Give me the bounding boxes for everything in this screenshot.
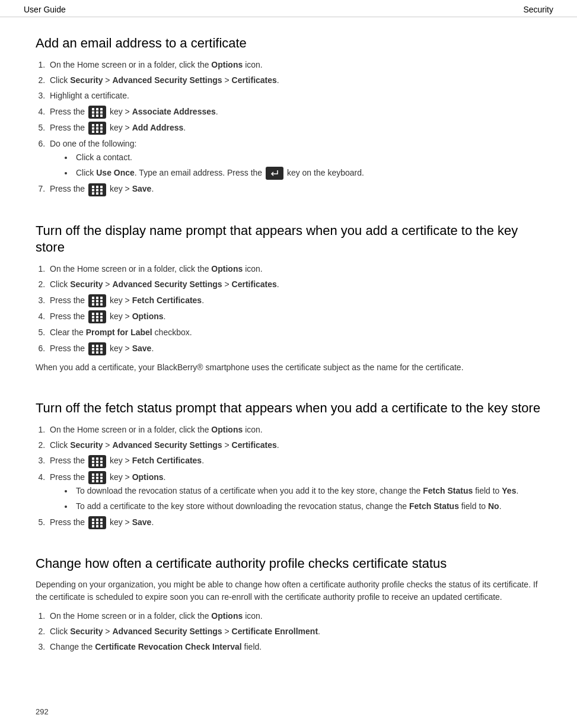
svg-rect-77 bbox=[100, 522, 103, 524]
svg-rect-0 bbox=[92, 108, 94, 110]
svg-rect-32 bbox=[100, 300, 103, 303]
svg-rect-28 bbox=[96, 297, 98, 299]
svg-rect-33 bbox=[92, 303, 94, 306]
svg-rect-19 bbox=[96, 186, 98, 188]
svg-rect-58 bbox=[96, 460, 98, 463]
svg-rect-7 bbox=[96, 115, 98, 117]
svg-rect-16 bbox=[96, 131, 98, 133]
svg-rect-14 bbox=[100, 128, 103, 130]
section-change-cert-authority: Change how often a certificate authority… bbox=[36, 555, 541, 654]
svg-rect-8 bbox=[100, 115, 103, 117]
svg-rect-80 bbox=[100, 525, 103, 527]
menu-key-icon bbox=[88, 516, 106, 529]
svg-rect-42 bbox=[92, 319, 94, 322]
step-2-2: Click Security > Advanced Security Setti… bbox=[47, 278, 541, 291]
section-title-fetch: Turn off the fetch status prompt that ap… bbox=[36, 400, 541, 417]
svg-rect-27 bbox=[92, 297, 94, 299]
steps-display: On the Home screen or in a folder, click… bbox=[47, 262, 541, 355]
step-1-5: Press the key > Add Address. bbox=[47, 121, 541, 135]
steps-cert-authority: On the Home screen or in a folder, click… bbox=[47, 609, 541, 654]
step-4-2: Click Security > Advanced Security Setti… bbox=[47, 625, 541, 638]
step-2-3: Press the key > Fetch Certificates. bbox=[47, 294, 541, 307]
header-left: User Guide bbox=[24, 5, 66, 14]
enter-key-icon bbox=[266, 167, 283, 180]
svg-rect-76 bbox=[96, 522, 98, 524]
svg-rect-47 bbox=[100, 345, 103, 347]
section-title-display: Turn off the display name prompt that ap… bbox=[36, 222, 541, 256]
svg-rect-9 bbox=[92, 124, 94, 126]
step-1-1: On the Home screen or in a folder, click… bbox=[47, 58, 541, 71]
svg-rect-72 bbox=[92, 519, 94, 521]
svg-rect-30 bbox=[92, 300, 94, 303]
menu-key-icon bbox=[88, 106, 106, 119]
svg-rect-5 bbox=[100, 112, 103, 114]
svg-rect-10 bbox=[96, 124, 98, 126]
svg-rect-3 bbox=[92, 112, 94, 114]
svg-rect-40 bbox=[96, 316, 98, 319]
svg-rect-12 bbox=[92, 128, 94, 130]
step-1-4: Press the key > Associate Addresses. bbox=[47, 105, 541, 119]
svg-rect-20 bbox=[100, 186, 103, 188]
svg-rect-36 bbox=[92, 313, 94, 315]
svg-rect-35 bbox=[100, 303, 103, 306]
svg-rect-53 bbox=[100, 351, 103, 354]
step-2-4: Press the key > Options. bbox=[47, 310, 541, 323]
svg-rect-45 bbox=[92, 345, 94, 347]
svg-rect-57 bbox=[92, 460, 94, 463]
svg-rect-34 bbox=[96, 303, 98, 306]
svg-rect-68 bbox=[100, 476, 103, 479]
step-1-3: Highlight a certificate. bbox=[47, 89, 541, 102]
svg-rect-29 bbox=[100, 297, 103, 299]
svg-rect-11 bbox=[100, 124, 103, 126]
step-3-5: Press the key > Save. bbox=[47, 516, 541, 529]
svg-rect-49 bbox=[96, 348, 98, 350]
svg-rect-59 bbox=[100, 460, 103, 463]
steps-fetch: On the Home screen or in a folder, click… bbox=[47, 423, 541, 529]
step-1-6: Do one of the following: Click a contact… bbox=[47, 137, 541, 180]
svg-rect-65 bbox=[100, 473, 103, 476]
step-4-1: On the Home screen or in a folder, click… bbox=[47, 609, 541, 622]
section-title-add-email: Add an email address to a certificate bbox=[36, 35, 541, 52]
svg-rect-60 bbox=[92, 464, 94, 466]
bullet-3-4-2: To add a certificate to the key store wi… bbox=[74, 500, 541, 513]
svg-rect-63 bbox=[92, 473, 94, 476]
page-footer: 292 bbox=[36, 707, 49, 716]
svg-rect-55 bbox=[96, 457, 98, 460]
intro-cert-authority: Depending on your organization, you migh… bbox=[36, 578, 541, 603]
svg-rect-13 bbox=[96, 128, 98, 130]
svg-rect-79 bbox=[96, 525, 98, 527]
step-4-3: Change the Certificate Revocation Check … bbox=[47, 640, 541, 653]
svg-rect-39 bbox=[92, 316, 94, 319]
svg-rect-44 bbox=[100, 319, 103, 322]
menu-key-icon bbox=[88, 455, 106, 468]
svg-rect-25 bbox=[96, 192, 98, 195]
section-title-cert-authority: Change how often a certificate authority… bbox=[36, 555, 541, 573]
svg-rect-66 bbox=[92, 476, 94, 479]
svg-rect-51 bbox=[92, 351, 94, 354]
svg-rect-46 bbox=[96, 345, 98, 347]
svg-rect-2 bbox=[100, 108, 103, 110]
svg-rect-64 bbox=[96, 473, 98, 476]
svg-rect-50 bbox=[100, 348, 103, 350]
svg-rect-61 bbox=[96, 464, 98, 466]
svg-rect-21 bbox=[92, 189, 94, 191]
step-1-2: Click Security > Advanced Security Setti… bbox=[47, 74, 541, 87]
section-add-email: Add an email address to a certificate On… bbox=[36, 35, 541, 196]
svg-rect-6 bbox=[92, 115, 94, 117]
svg-rect-22 bbox=[96, 189, 98, 191]
menu-key-icon bbox=[88, 294, 106, 307]
svg-rect-18 bbox=[92, 186, 94, 188]
bullet-1-6-1: Click a contact. bbox=[74, 151, 541, 164]
svg-rect-17 bbox=[100, 131, 103, 133]
menu-key-icon bbox=[88, 342, 106, 355]
svg-rect-67 bbox=[96, 476, 98, 479]
svg-rect-15 bbox=[92, 131, 94, 133]
svg-rect-23 bbox=[100, 189, 103, 191]
steps-add-email: On the Home screen or in a folder, click… bbox=[47, 58, 541, 196]
section-turn-off-display: Turn off the display name prompt that ap… bbox=[36, 222, 541, 374]
step-1-7: Press the key > Save. bbox=[47, 182, 541, 196]
page-number: 292 bbox=[36, 707, 49, 716]
svg-rect-69 bbox=[92, 480, 94, 482]
menu-key-icon bbox=[88, 183, 106, 196]
svg-rect-1 bbox=[96, 108, 98, 110]
